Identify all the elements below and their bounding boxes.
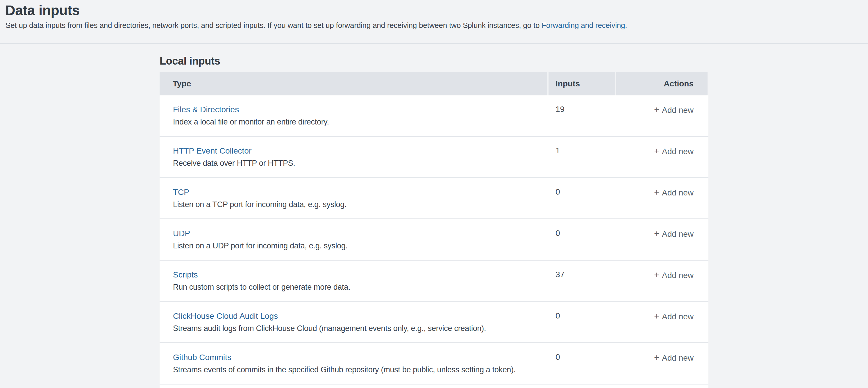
column-header-inputs: Inputs xyxy=(549,72,615,95)
add-new-label: Add new xyxy=(662,353,693,362)
column-header-actions: Actions xyxy=(616,72,708,95)
section-title: Local inputs xyxy=(160,55,708,67)
page-title: Data inputs xyxy=(5,2,868,19)
add-new-button[interactable]: +Add new xyxy=(654,353,693,363)
type-cell: Files & Directories Index a local file o… xyxy=(160,95,547,136)
inputs-count: 0 xyxy=(549,343,615,384)
inputs-count: 1 xyxy=(549,137,615,177)
input-type-link[interactable]: TCP xyxy=(173,187,189,197)
input-type-description: Run custom scripts to collect or generat… xyxy=(173,282,547,292)
inputs-count: 0 xyxy=(549,219,615,260)
type-cell: ClickHouse Cloud Audit Logs Streams audi… xyxy=(160,302,547,342)
input-type-description: Receive data over HTTP or HTTPS. xyxy=(173,158,547,168)
table-body: Files & Directories Index a local file o… xyxy=(160,95,708,385)
local-inputs-table: Type Inputs Actions Files & Directories … xyxy=(160,72,708,388)
add-new-button[interactable]: +Add new xyxy=(654,105,693,115)
add-new-label: Add new xyxy=(662,230,693,239)
page-header: Data inputs Set up data inputs from file… xyxy=(0,2,868,44)
page-subtitle-text: Set up data inputs from files and direct… xyxy=(5,21,541,30)
local-inputs-section: Local inputs Type Inputs Actions Files &… xyxy=(160,55,708,388)
table-row: UDP Listen on a UDP port for incoming da… xyxy=(160,219,708,261)
add-new-label: Add new xyxy=(662,271,693,280)
input-type-link[interactable]: UDP xyxy=(173,229,190,239)
plus-icon: + xyxy=(654,187,659,198)
table-row: HTTP Event Collector Receive data over H… xyxy=(160,137,708,178)
add-new-button[interactable]: +Add new xyxy=(654,270,693,280)
input-type-description: Streams audit logs from ClickHouse Cloud… xyxy=(173,324,547,333)
add-new-button[interactable]: +Add new xyxy=(654,187,693,198)
plus-icon: + xyxy=(654,311,659,321)
input-type-link[interactable]: Github Commits xyxy=(173,353,231,362)
plus-icon: + xyxy=(654,270,659,280)
add-new-label: Add new xyxy=(662,312,693,321)
inputs-count: 19 xyxy=(549,95,615,136)
type-cell: TCP Listen on a TCP port for incoming da… xyxy=(160,178,547,218)
page-subtitle-period: . xyxy=(625,21,627,30)
input-type-link[interactable]: HTTP Event Collector xyxy=(173,146,251,156)
plus-icon: + xyxy=(654,353,659,363)
type-cell: UDP Listen on a UDP port for incoming da… xyxy=(160,219,547,260)
inputs-count: 0 xyxy=(549,178,615,218)
add-new-label: Add new xyxy=(662,106,693,115)
add-new-label: Add new xyxy=(662,188,693,197)
plus-icon: + xyxy=(654,229,659,239)
table-row: TCP Listen on a TCP port for incoming da… xyxy=(160,178,708,219)
column-header-type: Type xyxy=(160,72,547,95)
input-type-link[interactable]: Files & Directories xyxy=(173,105,239,115)
input-type-link[interactable]: ClickHouse Cloud Audit Logs xyxy=(173,311,278,321)
add-new-button[interactable]: +Add new xyxy=(654,311,693,322)
page-subtitle: Set up data inputs from files and direct… xyxy=(5,20,868,30)
type-cell: HTTP Event Collector Receive data over H… xyxy=(160,137,547,177)
input-type-description: Index a local file or monitor an entire … xyxy=(173,117,547,127)
table-row: Scripts Run custom scripts to collect or… xyxy=(160,261,708,302)
input-type-description: Streams events of commits in the specifi… xyxy=(173,365,547,375)
inputs-count: 0 xyxy=(549,302,615,342)
inputs-count: 37 xyxy=(549,261,615,301)
input-type-link[interactable]: Scripts xyxy=(173,270,198,280)
add-new-button[interactable]: +Add new xyxy=(654,146,693,156)
add-new-label: Add new xyxy=(662,147,693,156)
type-cell: Github Commits Streams events of commits… xyxy=(160,343,547,384)
input-type-description: Listen on a TCP port for incoming data, … xyxy=(173,200,547,209)
table-header-row: Type Inputs Actions xyxy=(160,72,708,95)
table-row: Github Commits Streams events of commits… xyxy=(160,343,708,385)
table-row-partial xyxy=(160,385,708,388)
table-row: ClickHouse Cloud Audit Logs Streams audi… xyxy=(160,302,708,343)
forwarding-and-receiving-link[interactable]: Forwarding and receiving xyxy=(541,21,625,30)
add-new-button[interactable]: +Add new xyxy=(654,229,693,239)
plus-icon: + xyxy=(654,105,659,115)
type-cell: Scripts Run custom scripts to collect or… xyxy=(160,261,547,301)
plus-icon: + xyxy=(654,146,659,156)
input-type-description: Listen on a UDP port for incoming data, … xyxy=(173,241,547,251)
table-row: Files & Directories Index a local file o… xyxy=(160,95,708,137)
